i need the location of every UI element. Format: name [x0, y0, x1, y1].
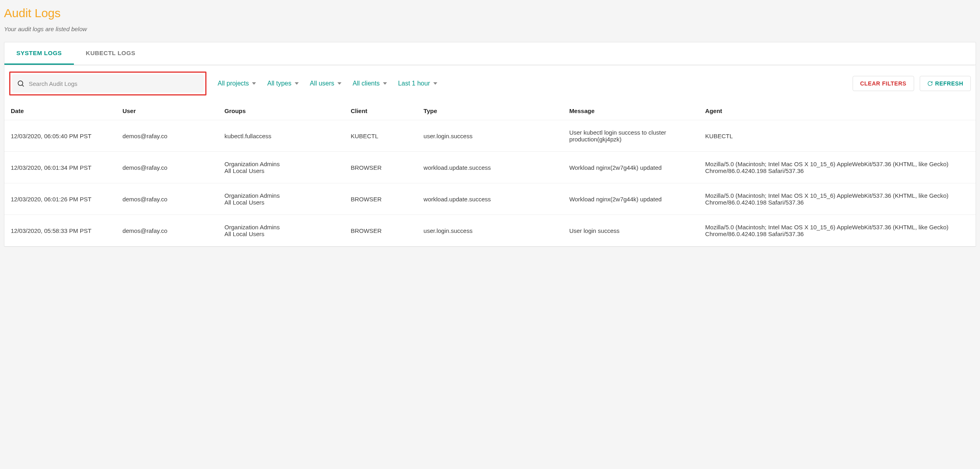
col-type: Type — [417, 102, 563, 120]
cell-groups: Organization AdminsAll Local Users — [218, 215, 344, 246]
cell-type: workload.update.success — [417, 183, 563, 215]
filter-time[interactable]: Last 1 hour — [398, 80, 437, 87]
cell-client: BROWSER — [344, 215, 417, 246]
tab-kubectl-logs[interactable]: KUBECTL LOGS — [74, 42, 147, 65]
cell-groups: Organization AdminsAll Local Users — [218, 152, 344, 183]
table-row: 12/03/2020, 06:05:40 PM PSTdemos@rafay.c… — [4, 120, 976, 152]
filter-clients-label: All clients — [353, 80, 380, 87]
chevron-down-icon — [295, 82, 299, 85]
cell-message: Workload nginx(2w7g44k) updated — [563, 152, 698, 183]
filter-clients[interactable]: All clients — [353, 80, 387, 87]
chevron-down-icon — [433, 82, 437, 85]
svg-line-1 — [22, 85, 24, 87]
table-row: 12/03/2020, 05:58:33 PM PSTdemos@rafay.c… — [4, 215, 976, 246]
table-row: 12/03/2020, 06:01:34 PM PSTdemos@rafay.c… — [4, 152, 976, 183]
audit-logs-table: Date User Groups Client Type Message Age… — [4, 102, 976, 246]
cell-agent: KUBECTL — [699, 120, 976, 152]
page-title: Audit Logs — [4, 6, 976, 20]
search-highlight — [9, 72, 206, 95]
cell-user: demos@rafay.co — [116, 120, 218, 152]
filter-users-label: All users — [310, 80, 334, 87]
cell-agent: Mozilla/5.0 (Macintosh; Intel Mac OS X 1… — [699, 215, 976, 246]
cell-groups: Organization AdminsAll Local Users — [218, 183, 344, 215]
search-icon — [17, 79, 25, 87]
cell-groups: kubectl.fullaccess — [218, 120, 344, 152]
cell-date: 12/03/2020, 06:05:40 PM PST — [4, 120, 116, 152]
cell-client: BROWSER — [344, 183, 417, 215]
cell-agent: Mozilla/5.0 (Macintosh; Intel Mac OS X 1… — [699, 152, 976, 183]
refresh-icon — [927, 81, 933, 86]
filter-time-label: Last 1 hour — [398, 80, 430, 87]
cell-agent: Mozilla/5.0 (Macintosh; Intel Mac OS X 1… — [699, 183, 976, 215]
chevron-down-icon — [383, 82, 387, 85]
cell-type: user.login.success — [417, 120, 563, 152]
tab-system-logs[interactable]: SYSTEM LOGS — [4, 42, 74, 65]
cell-date: 12/03/2020, 05:58:33 PM PST — [4, 215, 116, 246]
cell-user: demos@rafay.co — [116, 183, 218, 215]
col-agent: Agent — [699, 102, 976, 120]
cell-date: 12/03/2020, 06:01:26 PM PST — [4, 183, 116, 215]
cell-message: Workload nginx(2w7g44k) updated — [563, 183, 698, 215]
table-header-row: Date User Groups Client Type Message Age… — [4, 102, 976, 120]
filter-group: All projects All types All users All cli… — [214, 76, 971, 91]
cell-client: BROWSER — [344, 152, 417, 183]
filter-types[interactable]: All types — [267, 80, 298, 87]
cell-user: demos@rafay.co — [116, 215, 218, 246]
tabs: SYSTEM LOGS KUBECTL LOGS — [4, 42, 976, 65]
cell-type: workload.update.success — [417, 152, 563, 183]
filter-bar: All projects All types All users All cli… — [4, 65, 976, 102]
audit-logs-card: SYSTEM LOGS KUBECTL LOGS All projects Al… — [4, 42, 976, 247]
col-date: Date — [4, 102, 116, 120]
filter-projects[interactable]: All projects — [218, 80, 256, 87]
filter-users[interactable]: All users — [310, 80, 341, 87]
cell-message: User kubectl login success to cluster pr… — [563, 120, 698, 152]
svg-point-0 — [18, 81, 23, 85]
clear-filters-label: CLEAR FILTERS — [860, 80, 907, 87]
col-groups: Groups — [218, 102, 344, 120]
refresh-button[interactable]: REFRESH — [920, 76, 971, 91]
page-subtitle: Your audit logs are listed below — [4, 26, 976, 32]
search-box[interactable] — [12, 74, 204, 93]
table-row: 12/03/2020, 06:01:26 PM PSTdemos@rafay.c… — [4, 183, 976, 215]
filter-actions: CLEAR FILTERS REFRESH — [853, 76, 971, 91]
cell-type: user.login.success — [417, 215, 563, 246]
clear-filters-button[interactable]: CLEAR FILTERS — [853, 76, 914, 91]
col-message: Message — [563, 102, 698, 120]
search-input[interactable] — [29, 80, 199, 87]
cell-user: demos@rafay.co — [116, 152, 218, 183]
col-client: Client — [344, 102, 417, 120]
filter-types-label: All types — [267, 80, 291, 87]
cell-date: 12/03/2020, 06:01:34 PM PST — [4, 152, 116, 183]
chevron-down-icon — [252, 82, 256, 85]
filter-projects-label: All projects — [218, 80, 249, 87]
cell-client: KUBECTL — [344, 120, 417, 152]
col-user: User — [116, 102, 218, 120]
refresh-label: REFRESH — [935, 80, 963, 87]
chevron-down-icon — [337, 82, 341, 85]
cell-message: User login success — [563, 215, 698, 246]
